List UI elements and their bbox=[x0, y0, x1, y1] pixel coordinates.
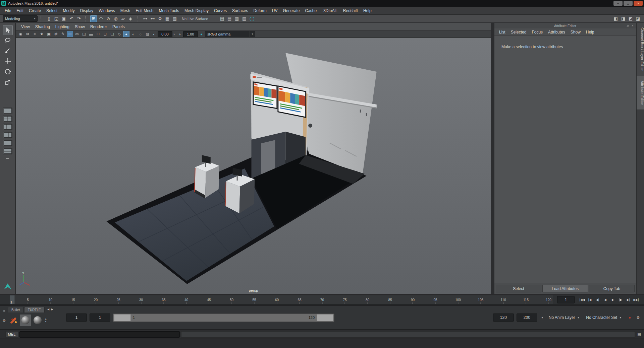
toolbar-grip[interactable] bbox=[41, 16, 43, 21]
poly-count-verts-icon[interactable]: ▤ bbox=[219, 15, 225, 22]
show-channel-box-icon[interactable]: ◩ bbox=[627, 15, 634, 22]
frame-label-75[interactable]: 75 bbox=[343, 298, 346, 302]
frame-label-20[interactable]: 20 bbox=[94, 298, 98, 302]
frame-label-55[interactable]: 55 bbox=[252, 298, 256, 302]
playback-range-slider[interactable]: 1 120 bbox=[113, 314, 334, 322]
time-slider[interactable]: 1 51015202530354045505560657075808590951… bbox=[0, 295, 644, 305]
menu-redshift[interactable]: Redshift bbox=[340, 7, 361, 14]
timeline-track[interactable]: 1 51015202530354045505560657075808590951… bbox=[10, 295, 553, 304]
snap-to-point-icon[interactable]: ⊙ bbox=[105, 15, 112, 22]
tab-channel-box-layer-editor[interactable]: Channel Box / Layer Editor bbox=[637, 23, 644, 76]
menu-display[interactable]: Display bbox=[77, 7, 96, 14]
wireframe-icon[interactable]: ◇ bbox=[116, 31, 122, 37]
toolbar-grip[interactable] bbox=[137, 16, 139, 21]
menu-file[interactable]: File bbox=[2, 7, 14, 14]
exposure-icon[interactable]: ◐ bbox=[151, 31, 157, 37]
open-scene-icon[interactable]: ◱ bbox=[53, 15, 60, 22]
command-input[interactable] bbox=[19, 331, 180, 338]
safe-action-icon[interactable]: ◻ bbox=[102, 31, 108, 37]
menu-3dtoall[interactable]: -3DtoAll- bbox=[319, 7, 340, 14]
step-forward-frame-button[interactable]: |▶ bbox=[617, 296, 624, 304]
panel-splitter[interactable] bbox=[491, 23, 494, 294]
shelf-tab-prev-icon[interactable]: ◀ bbox=[47, 308, 49, 311]
panel-menu-lighting[interactable]: Lighting bbox=[53, 24, 72, 30]
panel-menu-view[interactable]: View bbox=[18, 24, 33, 30]
toolbar-grip[interactable] bbox=[214, 16, 216, 21]
menu-surfaces[interactable]: Surfaces bbox=[229, 7, 251, 14]
ae-menu-list[interactable]: List bbox=[496, 29, 508, 35]
frame-label-70[interactable]: 70 bbox=[320, 298, 324, 302]
step-back-frame-button[interactable]: ◀| bbox=[594, 296, 601, 304]
frame-label-15[interactable]: 15 bbox=[71, 298, 75, 302]
rotate-tool-icon[interactable] bbox=[3, 67, 13, 77]
current-frame-field[interactable] bbox=[557, 296, 575, 303]
select-button[interactable]: Select bbox=[496, 285, 541, 292]
frame-label-115[interactable]: 115 bbox=[523, 298, 529, 302]
move-tool-icon[interactable] bbox=[3, 56, 13, 66]
viewport-3d-canvas[interactable]: y persp bbox=[16, 38, 491, 294]
save-scene-icon[interactable]: ▣ bbox=[60, 15, 67, 22]
exposure-field[interactable] bbox=[158, 31, 172, 37]
safe-title-icon[interactable]: ▢ bbox=[109, 31, 115, 37]
menu-deform[interactable]: Deform bbox=[251, 7, 269, 14]
menu-mesh-display[interactable]: Mesh Display bbox=[182, 7, 211, 14]
panel-menu-shading[interactable]: Shading bbox=[33, 24, 53, 30]
expand-icon[interactable]: ▸ bbox=[173, 32, 176, 36]
poly-count-faces-icon[interactable]: ▥ bbox=[233, 15, 240, 22]
ae-menu-attributes[interactable]: Attributes bbox=[545, 29, 568, 35]
resolution-gate-icon[interactable]: ◫ bbox=[81, 31, 87, 37]
layout-persp-graph-button[interactable] bbox=[3, 148, 12, 154]
layout-persp-outliner-button[interactable] bbox=[3, 124, 12, 130]
float-panel-icon[interactable]: ▱ bbox=[626, 23, 630, 28]
toolbox-footer-icon[interactable] bbox=[3, 283, 12, 291]
animation-start-field[interactable] bbox=[66, 314, 87, 322]
gamma-icon[interactable]: ◑ bbox=[176, 31, 183, 37]
frame-label-110[interactable]: 110 bbox=[501, 298, 506, 302]
menu-create[interactable]: Create bbox=[26, 7, 44, 14]
redo-icon[interactable]: ↷ bbox=[75, 15, 82, 22]
shelf-scroll-arrows[interactable]: ▲▼ bbox=[45, 318, 47, 323]
frame-label-5[interactable]: 5 bbox=[27, 298, 29, 302]
gamma-field[interactable] bbox=[183, 31, 198, 37]
range-options-caret-icon[interactable]: ▼ bbox=[540, 316, 545, 319]
view-transform-selector[interactable]: sRGB gamma ▼ bbox=[205, 31, 255, 37]
command-feedback[interactable] bbox=[181, 331, 635, 338]
lock-camera-icon[interactable]: ⊠ bbox=[24, 31, 31, 37]
show-attribute-editor-icon[interactable]: ◧ bbox=[612, 15, 619, 22]
color-management-icon[interactable]: ● bbox=[198, 31, 205, 37]
turtle-sphere-1-icon[interactable] bbox=[20, 315, 31, 326]
copy-tab-button[interactable]: Copy Tab bbox=[589, 285, 635, 292]
xray-icon[interactable]: ▨ bbox=[144, 31, 151, 37]
shelf-options-gear-icon[interactable]: ⚙ bbox=[1, 318, 7, 324]
poly-count-edges-icon[interactable]: ▤ bbox=[226, 15, 233, 22]
construction-history-icon[interactable]: ⚙ bbox=[157, 15, 163, 22]
smooth-shade-all-icon[interactable]: ● bbox=[123, 31, 129, 37]
close-panel-icon[interactable]: × bbox=[630, 23, 635, 28]
snap-to-curve-icon[interactable]: ◠ bbox=[98, 15, 104, 22]
shelf-tab-turtle[interactable]: TURTLE bbox=[24, 307, 45, 312]
turtle-sphere-2-icon[interactable] bbox=[32, 315, 43, 326]
poly-count-tris-icon[interactable]: ▥ bbox=[241, 15, 248, 22]
load-attributes-button[interactable]: Load Attributes bbox=[542, 285, 588, 292]
scale-tool-icon[interactable] bbox=[3, 77, 13, 87]
output-connections-icon[interactable]: ⊷ bbox=[149, 15, 156, 22]
select-tool-icon[interactable] bbox=[3, 25, 13, 35]
textured-icon[interactable]: ◐ bbox=[130, 31, 137, 37]
tab-attribute-editor[interactable]: Attribute Editor bbox=[637, 76, 644, 110]
camera-attributes-icon[interactable]: ≡ bbox=[32, 31, 38, 37]
frame-label-45[interactable]: 45 bbox=[207, 298, 211, 302]
ae-menu-selected[interactable]: Selected bbox=[508, 29, 529, 35]
frame-label-60[interactable]: 60 bbox=[275, 298, 279, 302]
two-d-pan-zoom-icon[interactable]: ⇄ bbox=[53, 31, 59, 37]
menu-set-selector[interactable]: Modeling ▼ bbox=[3, 15, 38, 22]
snap-to-projected-center-icon[interactable]: ◎ bbox=[112, 15, 119, 22]
frame-label-35[interactable]: 35 bbox=[162, 298, 165, 302]
layout-shortcuts-more-icon[interactable]: ▬ bbox=[6, 156, 9, 160]
make-object-live-icon[interactable]: ◈ bbox=[127, 15, 134, 22]
highlight-selection-mode-icon[interactable]: ◯ bbox=[249, 15, 255, 22]
bookmarks-icon[interactable]: ★ bbox=[39, 31, 45, 37]
range-end-handle[interactable] bbox=[317, 314, 333, 321]
grid-icon[interactable]: ⊞ bbox=[67, 31, 73, 37]
show-workspace-icon[interactable]: ◪ bbox=[635, 15, 641, 22]
toolbar-grip[interactable] bbox=[85, 16, 87, 21]
